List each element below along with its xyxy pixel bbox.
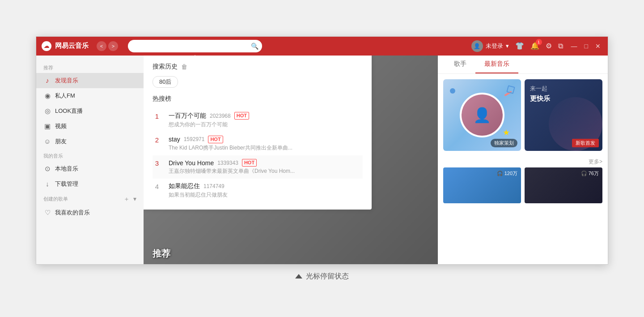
hot-item-content-3: Drive You Home 1339343 HOT 王嘉尔独特烟嗓带来最新英文…: [169, 159, 363, 175]
cast-icon[interactable]: ⧉: [558, 42, 563, 50]
sidebar-label-local: 本地音乐: [55, 165, 78, 173]
search-dropdown: 搜索历史 🗑 80后 热搜榜 1 一百万个可能 2023968: [144, 56, 372, 210]
search-dropdown-indicator: [191, 55, 199, 59]
sidebar-item-discover[interactable]: ♪ 发现音乐: [36, 73, 144, 88]
status-section: 光标停留状态: [295, 272, 349, 281]
hot-rank-3: 3: [153, 159, 161, 167]
sidebar-item-liked[interactable]: ♡ 我喜欢的音乐: [36, 205, 144, 220]
hot-item-name-2: stay: [169, 136, 180, 143]
hot-search-item-4[interactable]: 4 如果能忍住 1174749 如果当初能忍住只做朋友: [153, 179, 363, 202]
right-panel-tabs: 歌手 最新音乐: [438, 56, 608, 74]
sidebar-section-recommend: 推荐: [36, 61, 144, 73]
sidebar-item-look[interactable]: ◎ LOOK直播: [36, 103, 144, 119]
hot-item-content-1: 一百万个可能 2023968 HOT 想成为你的一百万个可能: [169, 112, 363, 129]
local-music-icon: ⊙: [43, 165, 51, 173]
shirt-icon[interactable]: 👕: [515, 42, 524, 50]
history-tag[interactable]: 80后: [153, 76, 178, 88]
playlist-row: 🎧 120万 🎧 76万: [438, 167, 608, 207]
minimize-button[interactable]: —: [569, 42, 579, 51]
nav-forward-button[interactable]: >: [108, 41, 118, 51]
search-input[interactable]: [128, 40, 262, 52]
title-bar-right: 👤 未登录 ▾ 👕 🔔 1 ⚙ ⧉ — □ ✕: [471, 40, 602, 52]
card-star-icon: ★: [503, 128, 510, 137]
hot-item-content-4: 如果能忍住 1174749 如果当初能忍住只做朋友: [169, 182, 363, 199]
sidebar-label-video: 视频: [55, 122, 67, 130]
featured-card-2[interactable]: 来一起 更快乐 新歌首发: [525, 79, 602, 151]
sidebar-label-discover: 发现音乐: [55, 77, 78, 85]
sidebar-item-personal-fm[interactable]: ◉ 私人FM: [36, 88, 144, 103]
hot-item-title-row-4: 如果能忍住 1174749: [169, 182, 363, 190]
card2-subtitle: 来一起: [530, 85, 597, 93]
heart-icon: ♡: [43, 209, 51, 217]
user-label: 未登录: [486, 42, 503, 50]
app-logo: ☁ 网易云音乐: [42, 41, 89, 51]
hot-search-item-1[interactable]: 1 一百万个可能 2023968 HOT 想成为你的一百万个可能: [153, 108, 363, 132]
right-panel: 歌手 最新音乐 👤 ★: [438, 56, 608, 264]
search-history-header: 搜索历史 🗑: [153, 63, 363, 71]
app-window: ☁ 网易云音乐 < > 🔍 👤 未登录 ▾ 👕 🔔 1 ⚙ ⧉: [36, 36, 608, 265]
sidebar-item-video[interactable]: ▣ 视频: [36, 119, 144, 134]
recommend-label: 推荐: [153, 248, 170, 260]
nav-back-button[interactable]: <: [97, 41, 106, 51]
tab-new-music[interactable]: 最新音乐: [475, 56, 518, 73]
download-icon: ↓: [43, 180, 51, 188]
tab-artists[interactable]: 歌手: [445, 56, 475, 73]
hot-rank-1: 1: [153, 112, 161, 120]
hot-item-count-2: 1592971: [184, 136, 205, 142]
hot-rank-4: 4: [153, 183, 161, 190]
artist-avatar: 👤: [460, 93, 504, 137]
user-section[interactable]: 👤 未登录 ▾: [471, 40, 509, 52]
featured-card-1[interactable]: 👤 ★ 独家策划: [443, 79, 521, 151]
search-button[interactable]: 🔍: [251, 43, 258, 50]
delete-history-icon[interactable]: 🗑: [181, 63, 187, 70]
add-playlist-icon[interactable]: ＋: [123, 195, 130, 203]
sidebar-section-my-music: 我的音乐: [36, 149, 144, 161]
status-triangle-icon: [295, 274, 302, 278]
hot-item-title-row-2: stay 1592971 HOT: [169, 136, 363, 143]
video-icon: ▣: [43, 122, 51, 130]
playlist-count-1: 🎧 120万: [497, 170, 517, 177]
search-container: 🔍: [128, 40, 262, 52]
hot-item-name-4: 如果能忍住: [169, 182, 200, 190]
expand-icon[interactable]: ▾: [133, 195, 136, 203]
maximize-button[interactable]: □: [583, 42, 590, 51]
look-icon: ◎: [43, 107, 51, 115]
logo-icon: ☁: [42, 41, 51, 51]
nav-arrows: < >: [97, 41, 118, 51]
music-note-icon: ♪: [43, 77, 51, 84]
sidebar-item-downloads[interactable]: ↓ 下载管理: [36, 176, 144, 192]
hot-search-title: 热搜榜: [153, 95, 363, 103]
playlist-count-2-text: 76万: [589, 170, 599, 177]
playlist-count-2: 🎧 76万: [581, 170, 599, 177]
search-history-title: 搜索历史: [153, 63, 178, 71]
avatar: 👤: [471, 40, 483, 52]
sidebar-created-icons: ＋ ▾: [123, 195, 136, 203]
chevron-down-icon: ▾: [506, 43, 509, 49]
fm-icon: ◉: [43, 92, 51, 100]
main-area: 推荐 ♪ 发现音乐 ◉ 私人FM ◎ LOOK直播 ▣ 视频 ☺ 朋友 我的音乐: [36, 56, 608, 264]
playlist-card-1[interactable]: 🎧 120万: [443, 167, 521, 203]
hot-item-desc-1: 想成为你的一百万个可能: [169, 121, 363, 129]
close-button[interactable]: ✕: [593, 42, 602, 51]
hot-badge-1: HOT: [234, 112, 249, 120]
playlist-card-2[interactable]: 🎧 76万: [525, 167, 602, 203]
more-link[interactable]: 更多>: [438, 156, 608, 167]
notification-icon[interactable]: 🔔 1: [530, 42, 539, 50]
hot-item-count-1: 2023968: [210, 113, 231, 119]
hot-item-desc-2: The Kid LARO携手Justin Bieber共同推出全新单曲...: [169, 144, 363, 152]
sidebar-item-friends[interactable]: ☺ 朋友: [36, 134, 144, 149]
right-panel-content: 👤 ★ 独家策划 来一起 更快乐: [438, 74, 608, 264]
hot-rank-2: 2: [153, 136, 161, 144]
hot-search-item-3[interactable]: 3 Drive You Home 1339343 HOT 王嘉尔独特烟嗓带来最新…: [153, 155, 363, 179]
sidebar-label-fm: 私人FM: [55, 92, 75, 100]
sidebar-label-liked: 我喜欢的音乐: [55, 209, 90, 217]
hot-item-desc-4: 如果当初能忍住只做朋友: [169, 191, 363, 199]
sidebar-item-local-music[interactable]: ⊙ 本地音乐: [36, 161, 144, 176]
hot-item-count-4: 1174749: [203, 183, 225, 189]
sidebar-label-look: LOOK直播: [55, 107, 83, 115]
settings-icon[interactable]: ⚙: [546, 42, 552, 50]
hot-item-title-row-3: Drive You Home 1339343 HOT: [169, 159, 363, 167]
hot-search-item-2[interactable]: 2 stay 1592971 HOT The Kid LARO携手Justin …: [153, 132, 363, 155]
sidebar: 推荐 ♪ 发现音乐 ◉ 私人FM ◎ LOOK直播 ▣ 视频 ☺ 朋友 我的音乐: [36, 56, 144, 264]
artist-face: 👤: [462, 94, 503, 136]
